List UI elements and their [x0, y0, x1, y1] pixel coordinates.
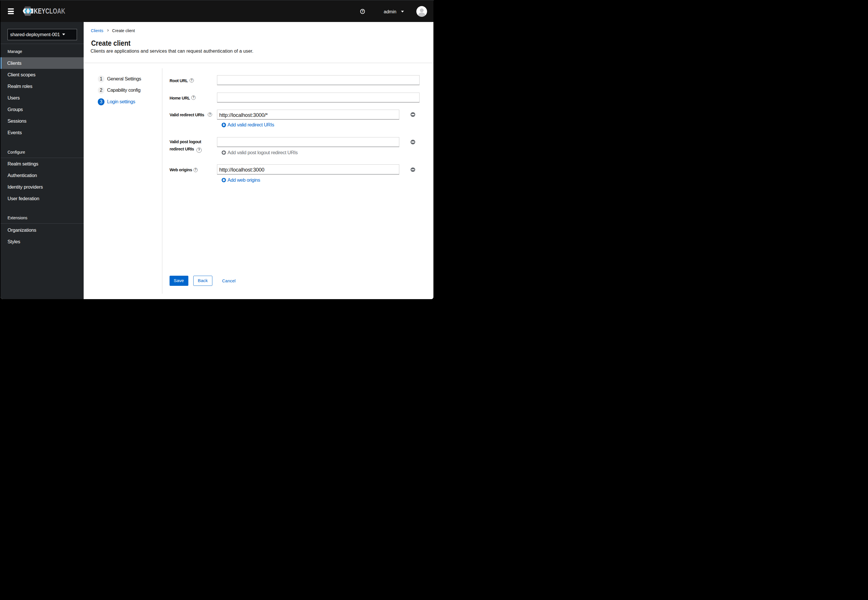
svg-text:KEYCLOAK: KEYCLOAK: [34, 7, 65, 15]
